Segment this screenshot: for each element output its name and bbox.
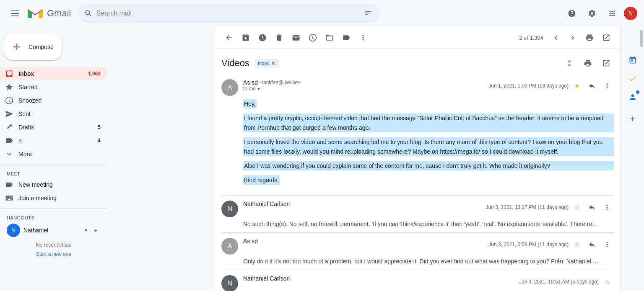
scrollbar-thumb[interactable]: [640, 30, 643, 47]
report-button[interactable]: [255, 30, 270, 45]
inbox-label: Inbox: [18, 70, 83, 77]
inbox-tag-label: Inbox: [258, 61, 269, 66]
print-button[interactable]: [582, 30, 597, 45]
contacts-badge: [636, 90, 639, 94]
compose-button[interactable]: Compose: [3, 33, 62, 60]
more-toolbar-button[interactable]: [356, 30, 371, 45]
right-panel-calendar-icon[interactable]: [624, 52, 641, 69]
svg-rect-2: [11, 15, 19, 16]
mark-unread-button[interactable]: [288, 30, 304, 45]
email-thread: Videos Inbox ✕: [215, 49, 621, 291]
sidebar-item-n[interactable]: n 4: [0, 134, 107, 147]
more-chevron-icon: [5, 150, 13, 158]
star-button-3[interactable]: ☆: [570, 238, 584, 251]
inbox-tag-close[interactable]: ✕: [271, 60, 276, 67]
sender-name-4: Nathaniel Carlson: [243, 275, 290, 282]
sidebar-item-inbox[interactable]: Inbox 1,063: [0, 67, 107, 80]
prev-page-button[interactable]: [548, 30, 564, 45]
search-icon: [84, 9, 93, 18]
sidebar-item-join-meeting[interactable]: Join a meeting: [0, 191, 107, 205]
sender-addr-1: <ankfan@live.se>: [260, 80, 301, 85]
more-label: More: [18, 151, 101, 157]
sent-label: Sent: [18, 111, 101, 117]
hamburger-menu[interactable]: [7, 5, 23, 22]
sidebar-item-starred[interactable]: Starred: [0, 80, 107, 94]
hangout-expand-icon[interactable]: ▾: [85, 227, 87, 233]
email-body-1: Hey, I found a pretty cryptic, occult-th…: [221, 99, 614, 190]
email-message-4[interactable]: N Nathaniel Carlson Jun 9, 2021, 10:51 A…: [221, 270, 614, 291]
body-line-1-1: I found a pretty cryptic, occult-themed …: [243, 113, 614, 132]
email-header-4: N Nathaniel Carlson Jun 9, 2021, 10:51 A…: [221, 275, 614, 291]
move-to-button[interactable]: [322, 30, 337, 45]
star-button-4[interactable]: ☆: [600, 275, 614, 288]
start-new-chat[interactable]: Start a new one: [0, 251, 107, 260]
email-header-2: N Nathaniel Carlson Jun 3, 2021, 12:27 P…: [221, 201, 614, 217]
snoozed-label: Snoozed: [18, 97, 101, 104]
email-subject: Videos: [221, 58, 249, 69]
email-header-1: A As sd <ankfan@live.se> to me ▾ Jun 1, …: [221, 79, 614, 96]
timestamp-4: Jun 9, 2021, 10:51 AM (5 days ago): [519, 279, 599, 285]
label-button[interactable]: [339, 30, 354, 45]
hangout-user-item[interactable]: N Nathaniel ▾ +: [0, 222, 107, 239]
body-line-1-2: I personally loved the video and some se…: [243, 137, 614, 156]
right-panel-contacts-icon[interactable]: [624, 89, 641, 106]
collapse-all-button[interactable]: [562, 56, 577, 71]
star-button-2[interactable]: ☆: [570, 201, 584, 214]
snooze-button[interactable]: [305, 30, 320, 45]
email-header-3: A As sd Jun 3, 2021, 5:58 PM (11 days ag…: [221, 238, 614, 255]
hangout-add-icon[interactable]: +: [91, 225, 101, 235]
no-recent-chats: No recent chats: [0, 239, 107, 251]
reply-button-2[interactable]: [585, 201, 599, 214]
help-icon[interactable]: [564, 5, 580, 22]
sidebar-item-more[interactable]: More: [0, 147, 107, 161]
more-button-2[interactable]: [600, 201, 614, 214]
sidebar-item-new-meeting[interactable]: New meeting: [0, 178, 107, 191]
sidebar-item-snoozed[interactable]: Snoozed: [0, 94, 107, 107]
reply-button-1[interactable]: [585, 79, 599, 93]
settings-icon[interactable]: [584, 5, 600, 22]
body-line-1-0: Hey,: [243, 99, 257, 108]
search-input[interactable]: [96, 10, 361, 17]
archive-button[interactable]: [238, 30, 253, 45]
sender-name-3: As sd: [243, 238, 258, 245]
right-panel-tasks-icon[interactable]: [624, 70, 641, 87]
meet-section-header: Meet: [0, 168, 107, 178]
pagination-nav: [548, 30, 580, 45]
meet-divider: [0, 164, 107, 165]
drafts-count: 5: [98, 124, 101, 130]
email-snippet-3: Only do it if it's not too much of a pro…: [221, 258, 599, 265]
drafts-icon: [5, 123, 13, 131]
email-to-1: to me: [243, 86, 256, 92]
reply-button-3[interactable]: [585, 238, 599, 251]
sidebar-item-drafts[interactable]: Drafts 5: [0, 121, 107, 134]
back-button[interactable]: [221, 30, 236, 45]
email-message-2[interactable]: N Nathaniel Carlson Jun 3, 2021, 12:27 P…: [221, 196, 614, 233]
email-message-3[interactable]: A As sd Jun 3, 2021, 5:58 PM (11 days ag…: [221, 233, 614, 270]
video-icon: [5, 180, 13, 189]
svg-rect-0: [11, 10, 19, 11]
subject-row: Videos Inbox ✕: [221, 49, 614, 74]
search-bar[interactable]: [78, 4, 379, 23]
user-avatar[interactable]: N: [624, 7, 637, 20]
body-line-1-3: Also I was wondering if you could explai…: [243, 161, 614, 170]
next-page-button[interactable]: [565, 30, 580, 45]
open-new-window-button[interactable]: [599, 30, 614, 45]
open-new-tab-button[interactable]: [599, 56, 614, 71]
delete-button[interactable]: [272, 30, 287, 45]
star-button-1[interactable]: ★: [570, 79, 584, 93]
compose-label: Compose: [29, 44, 54, 50]
svg-rect-1: [11, 13, 19, 14]
email-to-expand-1[interactable]: ▾: [257, 86, 260, 92]
apps-icon[interactable]: [604, 5, 621, 22]
search-options-icon[interactable]: [364, 9, 373, 18]
topbar: Gmail N: [0, 0, 644, 27]
keyboard-icon: [5, 194, 13, 202]
body-line-1-4: Kind regards,: [243, 175, 280, 185]
join-meeting-label: Join a meeting: [18, 195, 101, 201]
main-content: 2 of 1,304 Videos Inbox: [215, 27, 621, 291]
sidebar-item-sent[interactable]: Sent: [0, 107, 107, 121]
right-panel-plus-icon[interactable]: [624, 111, 641, 127]
print-all-button[interactable]: [580, 56, 595, 71]
more-button-1[interactable]: [600, 79, 614, 93]
more-button-3[interactable]: [600, 238, 614, 251]
